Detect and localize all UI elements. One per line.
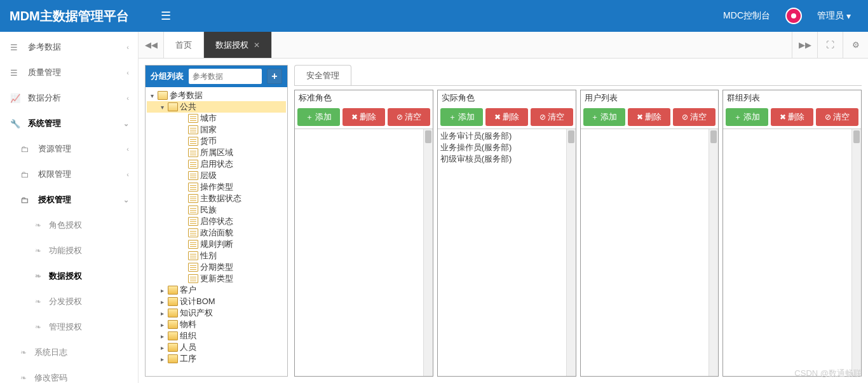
tree-node[interactable]: 民族 [147, 204, 286, 216]
clear-button[interactable]: ⊘清空 [673, 108, 715, 126]
tree-view: ▾参考数据▾公共城市国家货币所属区域启用状态层级操作类型主数据状态民族启停状态政… [146, 87, 287, 376]
tabs-prev-button[interactable]: ◀◀ [139, 32, 164, 58]
scrollbar[interactable] [423, 129, 433, 376]
tree-node[interactable]: ▸客户 [147, 284, 286, 296]
tree-node[interactable]: ▸设计BOM [147, 296, 286, 307]
clear-button[interactable]: ⊘清空 [388, 108, 430, 126]
expand-icon[interactable]: ▸ [158, 344, 166, 351]
tree-node[interactable]: 政治面貌 [147, 227, 286, 239]
tree-node[interactable]: 国家 [147, 124, 286, 136]
tree-node[interactable]: ▸工序 [147, 353, 286, 365]
add-button[interactable]: ＋添加 [726, 108, 768, 126]
tree-node[interactable]: 层级 [147, 170, 286, 181]
tree-label: 层级 [200, 170, 217, 181]
expand-icon[interactable]: ▸ [158, 333, 166, 340]
sidebar-leaf[interactable]: ❧功能授权 [0, 238, 138, 263]
sidebar-subitem[interactable]: 🗀资源管理‹ [0, 136, 138, 162]
sidebar-icon: 📈 [10, 94, 22, 103]
tree-node[interactable]: ▸组织 [147, 330, 286, 342]
tree-node[interactable]: 操作类型 [147, 181, 286, 193]
tree-node[interactable]: 规则判断 [147, 239, 286, 250]
tree-node[interactable]: ▾参考数据 [147, 90, 286, 101]
sidebar-tail-item[interactable]: ❧修改密码 [0, 365, 138, 383]
expand-icon[interactable]: ▸ [158, 310, 166, 317]
expand-icon[interactable]: ▸ [158, 321, 166, 328]
console-link[interactable]: MDC控制台 [715, 10, 778, 22]
tree-node[interactable]: ▸人员 [147, 342, 286, 353]
tree-node[interactable]: 城市 [147, 113, 286, 124]
sidebar-leaf[interactable]: ❧管理授权 [0, 314, 138, 340]
tree-node[interactable]: 所属区域 [147, 147, 286, 158]
sidebar-item[interactable]: 📈数据分析‹ [0, 85, 138, 111]
add-button[interactable]: ＋添加 [440, 108, 483, 126]
expand-icon[interactable]: ▸ [158, 356, 166, 363]
close-icon[interactable]: ✕ [254, 41, 260, 50]
sidebar-item[interactable]: ☰质量管理‹ [0, 60, 138, 85]
list-item[interactable]: 业务操作员(服务部) [440, 142, 573, 153]
delete-button[interactable]: ✖删除 [628, 108, 670, 126]
plus-icon: ＋ [449, 112, 456, 123]
tree-node[interactable]: 性别 [147, 250, 286, 261]
tab-label: 数据授权 [215, 39, 248, 51]
clear-button[interactable]: ⊘清空 [816, 108, 858, 126]
tree-node[interactable]: ▸物料 [147, 319, 286, 330]
file-icon [188, 194, 198, 203]
ban-icon: ⊘ [825, 113, 831, 122]
tree-node[interactable]: 启用状态 [147, 158, 286, 170]
tree-node[interactable]: 货币 [147, 136, 286, 147]
sidebar-leaf[interactable]: ❧分发授权 [0, 289, 138, 314]
delete-button[interactable]: ✖删除 [485, 108, 528, 126]
list-item[interactable]: 初级审核员(服务部) [440, 153, 573, 165]
tree-node[interactable]: 启停状态 [147, 216, 286, 227]
location-icon[interactable] [778, 8, 810, 24]
fullscreen-button[interactable]: ⛶ [817, 32, 843, 58]
panel-title: 群组列表 [723, 90, 861, 106]
tree-label: 物料 [180, 319, 196, 330]
delete-button[interactable]: ✖删除 [342, 108, 385, 126]
settings-button[interactable]: ⚙ [843, 32, 868, 58]
clear-button[interactable]: ⊘清空 [531, 108, 573, 126]
tree-node[interactable]: ▾公共 [147, 101, 286, 113]
sidebar-subitem[interactable]: 🗀授权管理⌄ [0, 187, 138, 212]
group-search-input[interactable] [189, 69, 262, 84]
scrollbar-thumb[interactable] [853, 130, 860, 143]
sidebar-subitem[interactable]: 🗀权限管理‹ [0, 162, 138, 187]
add-group-button[interactable]: + [267, 69, 282, 84]
scrollbar-thumb[interactable] [568, 130, 574, 143]
cross-icon: ✖ [494, 113, 501, 122]
sidebar-sublabel: 授权管理 [38, 194, 71, 205]
delete-button[interactable]: ✖删除 [771, 108, 813, 126]
sidebar-tail-item[interactable]: ❧系统日志 [0, 340, 138, 365]
tab-data-auth[interactable]: 数据授权 ✕ [204, 32, 272, 58]
expand-icon[interactable]: ▸ [158, 287, 166, 294]
sidebar-leaf[interactable]: ❧数据授权 [0, 263, 138, 289]
expand-icon[interactable]: ▾ [148, 92, 156, 99]
sidebar-leaf[interactable]: ❧角色授权 [0, 212, 138, 238]
tree-node[interactable]: 主数据状态 [147, 193, 286, 204]
menu-toggle-icon[interactable]: ☰ [161, 9, 171, 23]
tree-label: 城市 [200, 113, 217, 124]
scrollbar[interactable] [851, 129, 861, 376]
ban-icon: ⊘ [539, 113, 546, 122]
app-title: MDM主数据管理平台 [10, 8, 161, 25]
scrollbar[interactable] [709, 129, 718, 376]
add-button[interactable]: ＋添加 [297, 108, 340, 126]
scrollbar-thumb[interactable] [710, 130, 717, 143]
sidebar-item[interactable]: ☰参考数据‹ [0, 34, 138, 60]
tree-node[interactable]: 更新类型 [147, 273, 286, 284]
expand-icon[interactable]: ▸ [158, 298, 166, 305]
tab-security[interactable]: 安全管理 [294, 65, 351, 85]
list-item[interactable]: 业务审计员(服务部) [440, 130, 573, 142]
tree-label: 国家 [200, 124, 217, 136]
tree-label: 设计BOM [180, 296, 215, 307]
tree-node[interactable]: ▸知识产权 [147, 307, 286, 319]
tabs-next-button[interactable]: ▶▶ [792, 32, 817, 58]
scrollbar[interactable] [566, 129, 576, 376]
expand-icon[interactable]: ▾ [158, 104, 166, 111]
tree-node[interactable]: 分期类型 [147, 261, 286, 273]
add-button[interactable]: ＋添加 [583, 108, 626, 126]
sidebar-item[interactable]: 🔧系统管理⌄ [0, 111, 138, 136]
scrollbar-thumb[interactable] [425, 130, 431, 143]
user-menu[interactable]: 管理员▾ [810, 10, 858, 22]
tab-home[interactable]: 首页 [164, 32, 204, 58]
